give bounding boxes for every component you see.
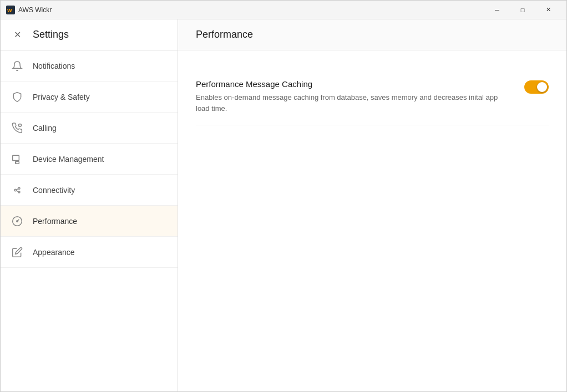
content-header: Performance	[178, 19, 566, 50]
setting-text: Performance Message Caching Enables on-d…	[196, 79, 511, 114]
svg-text:W: W	[7, 8, 12, 13]
app-window: W AWS Wickr ─ □ ✕ ✕ Settings	[0, 0, 567, 392]
toggle-thumb	[537, 82, 547, 92]
performance-caching-toggle[interactable]	[524, 80, 549, 94]
close-button[interactable]: ✕	[535, 1, 561, 19]
sidebar-item-label: Privacy & Safety	[33, 93, 90, 101]
sidebar: ✕ Settings Notifications	[1, 19, 178, 391]
setting-name: Performance Message Caching	[196, 79, 511, 89]
titlebar: W AWS Wickr ─ □ ✕	[1, 1, 566, 19]
window-controls: ─ □ ✕	[484, 1, 561, 19]
sidebar-item-performance[interactable]: Performance	[1, 206, 178, 237]
appearance-icon	[9, 245, 25, 260]
content-title: Performance	[196, 29, 253, 40]
setting-item-caching: Performance Message Caching Enables on-d…	[196, 68, 549, 125]
bell-icon	[9, 58, 25, 74]
sidebar-item-appearance[interactable]: Appearance	[1, 237, 178, 268]
sidebar-item-label: Device Management	[33, 155, 104, 164]
svg-line-10	[16, 190, 18, 191]
maximize-button[interactable]: □	[510, 1, 535, 19]
device-icon	[9, 151, 25, 167]
content-panel: Performance Performance Message Caching …	[178, 19, 566, 391]
sidebar-close-button[interactable]: ✕	[9, 27, 25, 43]
sidebar-item-calling[interactable]: Calling	[1, 113, 178, 144]
toggle-track	[524, 80, 549, 94]
minimize-button[interactable]: ─	[484, 1, 510, 19]
svg-line-9	[16, 189, 18, 190]
svg-point-2	[19, 124, 22, 126]
titlebar-title: AWS Wickr	[18, 6, 484, 14]
sidebar-item-label: Calling	[33, 124, 57, 133]
sidebar-item-label: Appearance	[33, 248, 75, 257]
svg-point-7	[18, 187, 20, 189]
svg-point-6	[14, 189, 16, 191]
svg-point-12	[17, 220, 18, 222]
main-content: ✕ Settings Notifications	[1, 19, 566, 391]
sidebar-item-label: Notifications	[33, 62, 75, 70]
sidebar-item-connectivity[interactable]: Connectivity	[1, 175, 178, 206]
performance-icon	[9, 213, 25, 229]
sidebar-header: ✕ Settings	[1, 19, 178, 50]
content-body: Performance Message Caching Enables on-d…	[178, 50, 566, 391]
sidebar-item-label: Performance	[33, 217, 77, 226]
app-icon: W	[6, 6, 15, 14]
sidebar-item-notifications[interactable]: Notifications	[1, 50, 178, 82]
shield-icon	[9, 89, 25, 105]
connectivity-icon	[9, 182, 25, 198]
sidebar-item-device[interactable]: Device Management	[1, 144, 178, 175]
sidebar-item-label: Connectivity	[33, 186, 75, 195]
setting-desc: Enables on-demand message caching from d…	[196, 92, 501, 114]
svg-point-8	[18, 191, 20, 192]
sidebar-title: Settings	[33, 29, 69, 40]
svg-rect-3	[13, 155, 19, 160]
calling-icon	[9, 120, 25, 136]
sidebar-item-privacy[interactable]: Privacy & Safety	[1, 82, 178, 113]
